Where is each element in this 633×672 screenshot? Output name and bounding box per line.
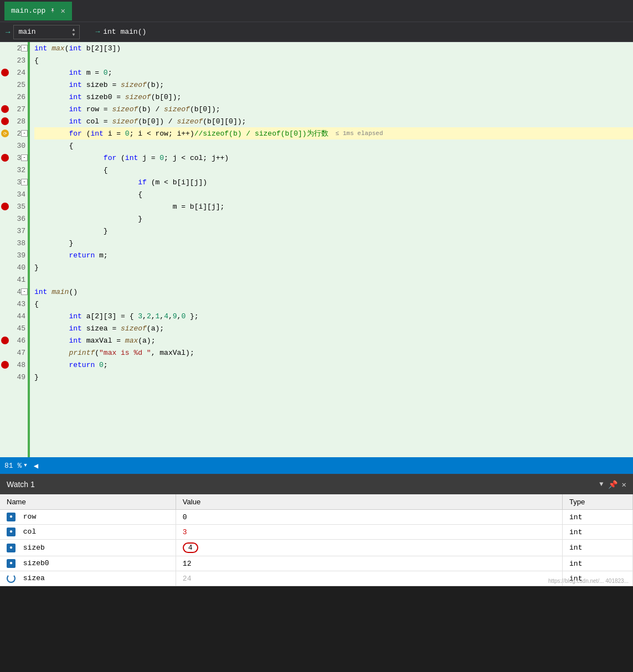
code-47-end: , maxVal); <box>151 349 194 357</box>
watch-type-row: int <box>569 513 582 521</box>
line-32-gutter: 32 <box>0 164 28 176</box>
kw-for-29: for <box>69 130 81 138</box>
num-44a: 3 <box>138 312 142 321</box>
indent-48 <box>34 361 69 369</box>
dropdown-down-icon: ▼ <box>73 32 75 37</box>
code-line-44: int a[2][3] = { 3 , 2 , 1 , 4 , 9 , 0 }; <box>34 310 633 322</box>
code-45-end: (a); <box>147 324 164 333</box>
watch-cell-value-sizeb0: 12 <box>176 556 562 571</box>
code-27-mid: (b) / <box>138 105 164 113</box>
code-49: } <box>34 373 39 381</box>
fold-33[interactable]: - <box>21 179 28 185</box>
num-44c: 1 <box>156 312 160 321</box>
line-num-44: 44 <box>10 312 25 321</box>
watch-icon-row: ● <box>7 513 16 521</box>
indent-34 <box>34 190 138 199</box>
kw-int-24: int <box>69 69 81 77</box>
watch-cell-type-sizeb0: int <box>563 556 633 571</box>
code-36: } <box>138 215 142 223</box>
watch-table: Name Value Type ● row 0 int <box>0 494 633 586</box>
line-40-gutter: 40 <box>0 261 28 273</box>
breakpoint-35[interactable] <box>1 203 9 210</box>
line-num-41: 41 <box>10 276 25 284</box>
kw-if-33: if <box>138 178 147 187</box>
code-line-34: { <box>34 188 633 200</box>
func-sizeof-25: sizeof <box>121 81 147 89</box>
num-24: 0 <box>104 69 108 77</box>
code-line-22: int max ( int b[2][3]) <box>34 42 633 54</box>
close-tab-button[interactable]: ✕ <box>60 6 65 15</box>
pin-icon[interactable]: 🖈 <box>50 7 56 14</box>
code-29-var: i = <box>104 130 125 138</box>
indent-29 <box>34 130 69 138</box>
zoom-control[interactable]: 81 % ▼ <box>4 462 27 470</box>
fold-29[interactable]: - <box>21 130 28 137</box>
func-printf-47: printf <box>69 349 95 357</box>
watch-dropdown-icon[interactable]: ▼ <box>599 480 603 488</box>
line-30-gutter: 30 <box>0 139 28 152</box>
code-26-rest: sizeb0 = <box>82 93 125 101</box>
line-46-gutter: 46 <box>0 334 28 347</box>
code-line-39: return m; <box>34 249 633 261</box>
watch-icon-loading-sizea <box>7 574 16 583</box>
code-31-cond: ; j < col; j++) <box>164 154 229 162</box>
indent-28 <box>34 117 69 126</box>
watch-title: Watch 1 <box>7 480 35 489</box>
line-num-24: 24 <box>10 69 25 77</box>
context-dropdown[interactable]: main ▲ ▼ <box>13 25 80 39</box>
kw-int-25: int <box>69 81 81 89</box>
code-line-38: } <box>34 237 633 249</box>
fold-42[interactable]: - <box>21 288 28 295</box>
watch-row-sizeb: ● sizeb 4 int <box>0 540 633 556</box>
scroll-left-button[interactable]: ◀ <box>32 461 40 471</box>
dropdown-up-icon: ▲ <box>73 27 75 32</box>
code-35: m = b[i][j]; <box>173 203 225 211</box>
breakpoint-31[interactable] <box>1 154 9 162</box>
watch-value-sizeb0: 12 <box>183 560 192 568</box>
line-25-gutter: 25 <box>0 79 28 91</box>
code-33-rest: (m < b[i][j]) <box>147 178 207 187</box>
line-num-27: 27 <box>10 105 25 113</box>
breakpoint-46[interactable] <box>1 337 9 344</box>
code-43: { <box>34 300 39 308</box>
line-num-39: 39 <box>10 251 25 260</box>
func-max-46: max <box>125 337 138 345</box>
func-sizeof-28b: sizeof <box>177 117 203 126</box>
watch-pin-icon[interactable]: 📌 <box>608 480 617 489</box>
indent-27 <box>34 105 69 113</box>
breakpoint-48[interactable] <box>1 361 9 369</box>
breakpoint-28[interactable] <box>1 117 9 125</box>
watch-value-sizea: 24 <box>183 575 192 583</box>
code-22-paren: ( <box>65 44 69 53</box>
func-main-42: main <box>52 288 69 296</box>
indent-26 <box>34 93 69 101</box>
watch-close-icon[interactable]: ✕ <box>622 480 626 489</box>
func-sizeof-26: sizeof <box>125 93 151 101</box>
breakpoint-24[interactable] <box>1 69 9 76</box>
elapsed-29: ≤ 1ms elapsed <box>328 130 383 137</box>
line-num-25: 25 <box>10 81 25 89</box>
fold-22[interactable]: - <box>21 45 28 51</box>
kw-int-46: int <box>69 337 81 345</box>
zoom-dropdown-icon: ▼ <box>24 463 27 468</box>
file-tab[interactable]: main.cpp 🖈 ✕ <box>4 2 72 20</box>
title-bar: main.cpp 🖈 ✕ <box>0 0 633 22</box>
line-num-46: 46 <box>10 337 25 345</box>
kw-for-31: for <box>104 154 116 162</box>
line-42-gutter: 42 - <box>0 286 28 298</box>
code-line-37: } <box>34 225 633 237</box>
line-33-gutter: 33 - <box>0 176 28 188</box>
breakpoint-27[interactable] <box>1 105 9 113</box>
line-24-gutter: 24 <box>0 66 28 79</box>
line-num-40: 40 <box>10 263 25 272</box>
func-sizeof-28a: sizeof <box>112 117 138 126</box>
code-line-24: int m = 0 ; <box>34 66 633 79</box>
line-23-gutter: 23 <box>0 54 28 66</box>
watch-cell-value-sizeb: 4 <box>176 540 562 556</box>
line-22-gutter: 22 - <box>0 42 28 54</box>
code-46-end: (a); <box>138 337 155 345</box>
watch-cell-name-sizeb: ● sizeb <box>0 540 176 556</box>
watch-header: Watch 1 ▼ 📌 ✕ <box>0 474 633 494</box>
code-content[interactable]: int max ( int b[2][3]) { int m = 0 ; int… <box>30 42 633 457</box>
fold-31[interactable]: - <box>21 154 28 161</box>
